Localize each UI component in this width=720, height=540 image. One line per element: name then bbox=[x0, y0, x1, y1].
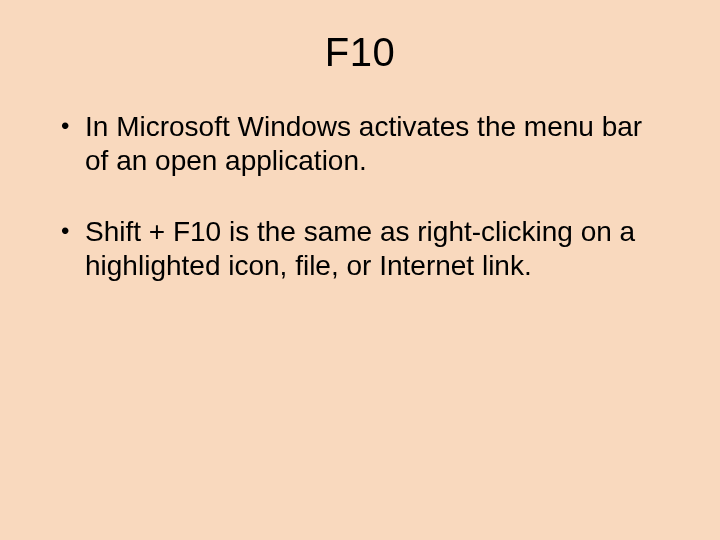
slide: F10 In Microsoft Windows activates the m… bbox=[0, 0, 720, 540]
bullet-list: In Microsoft Windows activates the menu … bbox=[55, 110, 665, 282]
slide-title: F10 bbox=[55, 30, 665, 75]
bullet-item: Shift + F10 is the same as right-clickin… bbox=[55, 215, 665, 282]
bullet-item: In Microsoft Windows activates the menu … bbox=[55, 110, 665, 177]
